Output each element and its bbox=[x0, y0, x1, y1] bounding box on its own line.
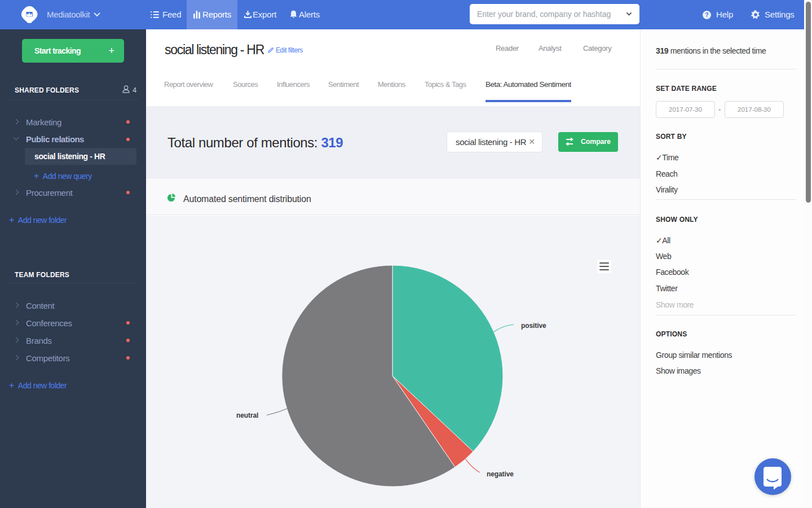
svg-text:?: ? bbox=[705, 11, 708, 18]
